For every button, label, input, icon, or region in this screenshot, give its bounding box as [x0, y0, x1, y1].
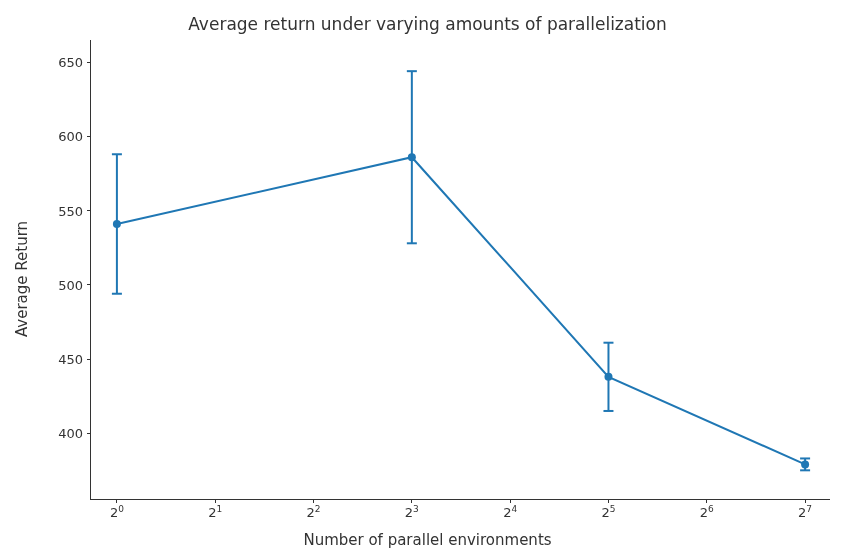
- data-layer: [91, 40, 830, 499]
- y-tick-label: 650: [58, 55, 91, 70]
- plot-area: 4004505005506006502021222324252627: [90, 40, 830, 500]
- x-tick-label: 26: [700, 499, 714, 520]
- x-axis-label: Number of parallel environments: [0, 531, 855, 549]
- y-tick-label: 600: [58, 129, 91, 144]
- y-axis-label: Average Return: [13, 220, 31, 336]
- data-point: [801, 460, 809, 468]
- x-tick-label: 23: [405, 499, 419, 520]
- figure: Average return under varying amounts of …: [0, 0, 855, 557]
- data-point: [408, 153, 416, 161]
- x-tick-label: 25: [601, 499, 615, 520]
- x-tick-label: 24: [503, 499, 517, 520]
- y-tick-label: 450: [58, 352, 91, 367]
- x-tick-label: 27: [798, 499, 812, 520]
- y-tick-label: 400: [58, 426, 91, 441]
- data-point: [113, 220, 121, 228]
- y-tick-label: 500: [58, 277, 91, 292]
- x-tick-label: 21: [208, 499, 222, 520]
- y-tick-label: 550: [58, 203, 91, 218]
- data-point: [604, 373, 612, 381]
- x-tick-label: 22: [307, 499, 321, 520]
- x-tick-label: 20: [110, 499, 124, 520]
- chart-title: Average return under varying amounts of …: [0, 14, 855, 34]
- series-line: [117, 157, 805, 464]
